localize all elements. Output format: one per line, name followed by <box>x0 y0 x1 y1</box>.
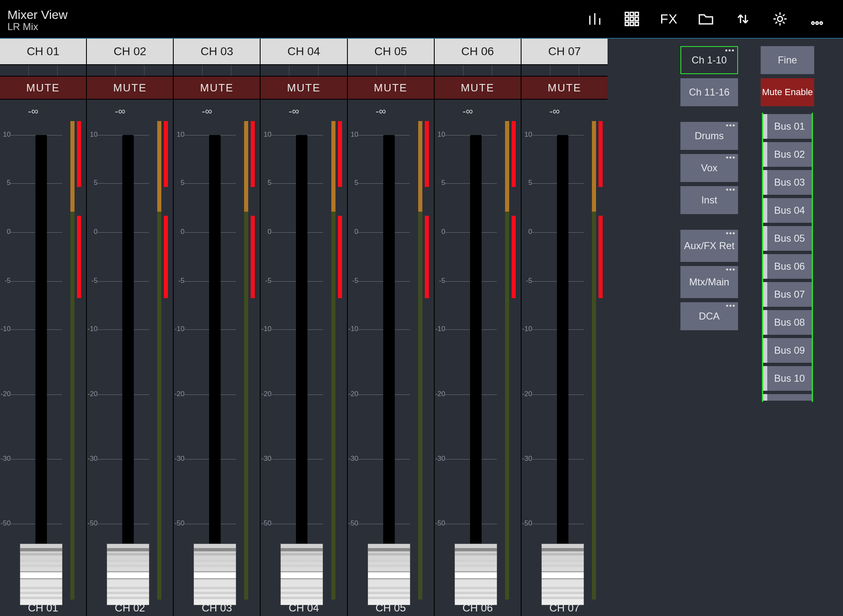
scale-tick-label: -5 <box>86 277 98 285</box>
scale-tick-label: -20 <box>347 390 359 398</box>
scale-tick-label: -5 <box>173 277 184 285</box>
folder-icon[interactable] <box>687 5 724 33</box>
layer-button[interactable]: Inst <box>680 186 738 214</box>
fader-knob[interactable] <box>368 544 410 605</box>
bus-button[interactable]: Bus 06 <box>763 254 812 279</box>
channel-header[interactable]: CH 07 <box>522 39 608 65</box>
channel-footer-label: CH 02 <box>87 602 173 614</box>
channel-sends-row[interactable] <box>348 65 434 76</box>
bus-button[interactable]: Bus 05 <box>763 226 812 251</box>
fx-button[interactable]: FX <box>650 5 687 33</box>
scale-tick-label: -30 <box>86 455 98 463</box>
fader-track[interactable] <box>209 135 221 600</box>
channel-header[interactable]: CH 06 <box>435 39 521 65</box>
scale-tick-label: -10 <box>434 325 445 333</box>
drag-handle-icon <box>726 156 735 159</box>
channel-footer-label: CH 05 <box>348 602 434 614</box>
scale-tick-label: 0 <box>521 228 532 236</box>
bus-button[interactable]: Bus 04 <box>763 198 812 223</box>
mute-button[interactable]: MUTE <box>348 76 434 100</box>
layer-button[interactable]: Aux/FX Ret <box>680 230 738 262</box>
fader-knob[interactable] <box>20 544 63 605</box>
top-bar: Mixer View LR Mix FX <box>0 0 843 38</box>
svg-rect-8 <box>635 17 638 21</box>
channel-header[interactable]: CH 02 <box>87 39 173 65</box>
channel-strip-area: CH 01 MUTE -∞ 1050-5-10-20-30-50 <box>0 38 608 616</box>
channel-header[interactable]: CH 04 <box>261 39 347 65</box>
bus-button[interactable]: Bus 03 <box>763 170 812 195</box>
bus-button[interactable]: Bus 09 <box>763 338 812 363</box>
channel-sends-row[interactable] <box>174 65 260 76</box>
bus-button[interactable]: Bus 02 <box>763 142 812 167</box>
scale-tick-label: -50 <box>521 519 532 527</box>
channel-header[interactable]: CH 05 <box>348 39 434 65</box>
fader-knob[interactable] <box>107 544 149 605</box>
svg-rect-11 <box>635 22 638 26</box>
bus-button[interactable]: Bus 10 <box>763 366 812 391</box>
mute-button[interactable]: MUTE <box>87 76 173 100</box>
scale-tick-label: -30 <box>0 455 11 463</box>
channel-sends-row[interactable] <box>261 65 347 76</box>
scale-tick-label: -5 <box>521 277 532 285</box>
fader-track[interactable] <box>383 135 395 600</box>
layer-button[interactable]: Mtx/Main <box>680 266 738 298</box>
channel-meter <box>241 121 257 600</box>
layer-button[interactable]: DCA <box>680 302 738 330</box>
empty-strip-gap <box>608 38 678 616</box>
fader-track[interactable] <box>296 135 307 600</box>
mute-button[interactable]: MUTE <box>261 76 347 100</box>
bus-button[interactable]: Bus 01 <box>763 114 812 139</box>
scale-tick-label: -20 <box>260 390 271 398</box>
fader-knob[interactable] <box>454 544 497 605</box>
channel-meter <box>328 121 345 600</box>
fader-track[interactable] <box>557 135 568 600</box>
db-readout: -∞ <box>87 105 153 117</box>
more-icon[interactable] <box>799 5 836 33</box>
layer-button[interactable]: Ch 11-16 <box>680 78 738 106</box>
channel-body: -∞ 1050-5-10-20-30-50 <box>435 100 521 616</box>
mute-enable-button[interactable]: Mute Enable <box>761 78 814 106</box>
svg-point-13 <box>812 22 814 24</box>
fader-track[interactable] <box>35 135 47 600</box>
scale-tick-label: 5 <box>521 179 532 187</box>
scale-tick-label: -5 <box>260 277 271 285</box>
layer-button[interactable]: Drums <box>680 122 738 150</box>
bus-list-overflow <box>763 394 812 401</box>
mute-button[interactable]: MUTE <box>174 76 260 100</box>
svg-rect-3 <box>625 12 629 16</box>
svg-rect-9 <box>625 22 629 26</box>
fader-knob[interactable] <box>541 544 584 605</box>
main-area: CH 01 MUTE -∞ 1050-5-10-20-30-50 <box>0 38 843 616</box>
bus-button[interactable]: Bus 08 <box>763 310 812 335</box>
channel-sends-row[interactable] <box>435 65 521 76</box>
fine-button[interactable]: Fine <box>761 46 814 74</box>
channel-sends-row[interactable] <box>87 65 173 76</box>
scale-tick-label: 0 <box>173 228 184 236</box>
channel-header[interactable]: CH 01 <box>0 39 86 65</box>
meters-icon[interactable] <box>576 5 613 33</box>
fader-knob[interactable] <box>280 544 323 605</box>
grid-icon[interactable] <box>613 5 650 33</box>
channel-sends-row[interactable] <box>0 65 86 76</box>
layer-button[interactable]: Ch 1-10 <box>680 46 738 74</box>
channel-body: -∞ 1050-5-10-20-30-50 <box>0 100 86 616</box>
updown-icon[interactable] <box>724 5 761 33</box>
svg-point-15 <box>820 22 822 24</box>
fader-track[interactable] <box>122 135 134 600</box>
layer-button[interactable]: Vox <box>680 154 738 182</box>
fader-knob[interactable] <box>193 544 236 605</box>
mute-button[interactable]: MUTE <box>522 76 608 100</box>
scale-tick-label: -30 <box>260 455 271 463</box>
channel-sends-row[interactable] <box>522 65 608 76</box>
mute-button[interactable]: MUTE <box>0 76 86 100</box>
scale-tick-label: -30 <box>521 455 532 463</box>
mute-button[interactable]: MUTE <box>435 76 521 100</box>
gear-icon[interactable] <box>761 5 799 33</box>
channel-header[interactable]: CH 03 <box>174 39 260 65</box>
scale-tick-label: -10 <box>521 325 532 333</box>
fader-track[interactable] <box>470 135 482 600</box>
scale-tick-label: -50 <box>260 519 271 527</box>
channel-body: -∞ 1050-5-10-20-30-50 <box>174 100 260 616</box>
scale-tick-label: 5 <box>347 179 359 187</box>
bus-button[interactable]: Bus 07 <box>763 282 812 307</box>
